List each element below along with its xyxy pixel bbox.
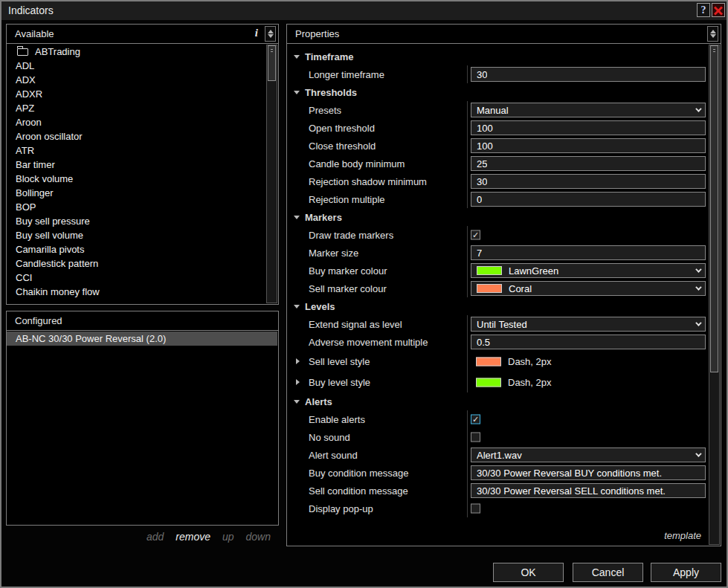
configured-item[interactable]: AB-NC 30/30 Power Reversal (2.0) [7,332,277,346]
rejection-multiple-input[interactable]: 0 [471,192,706,207]
close-threshold-input[interactable]: 100 [471,138,706,153]
available-item-buy-sell-volume[interactable]: Buy sell volume [7,228,265,242]
candle-body-minimum-input[interactable]: 25 [471,156,706,171]
available-item-aroon-oscillator[interactable]: Aroon oscillator [7,129,265,143]
property-row-draw-trade-markers: Draw trade markers [287,226,708,244]
no-sound-checkbox[interactable] [471,433,480,442]
alert-sound-select[interactable]: Alert1.wav [471,448,706,462]
available-item-label: Bollinger [16,187,54,198]
candle-body-minimum-value: 25 [477,158,487,169]
available-item-aroon[interactable]: Aroon [7,115,265,129]
apply-button[interactable]: Apply [651,563,721,582]
available-item-cci[interactable]: CCI [7,271,265,285]
display-pop-up-checkbox[interactable] [471,504,480,514]
help-button[interactable]: ? [697,3,710,17]
extend-signal-as-level-value: Until Tested [477,319,527,330]
properties-scroll-thumb[interactable] [710,45,718,372]
alerts-group-label: Alerts [305,396,332,407]
indicators-dialog: Indicators ? Available i ABTradingADLADX… [0,0,728,588]
remove-link[interactable]: remove [175,531,210,543]
scroll-up-icon[interactable] [710,30,716,33]
available-item-adxr[interactable]: ADXR [7,87,265,101]
buy-level-style-value: Dash, 2px [508,377,552,388]
available-item-label: Bar timer [16,159,55,170]
close-icon [714,6,723,15]
property-row-adverse-movement-multiple: Adverse movement multiple0.5 [287,333,708,351]
available-item-chaikin-money-flow[interactable]: Chaikin money flow [7,285,265,299]
up-link[interactable]: up [222,531,234,543]
chevron-down-icon [294,305,300,308]
available-item-block-volume[interactable]: Block volume [7,172,265,186]
property-row-no-sound: No sound [287,428,708,446]
template-link[interactable]: template [664,530,701,541]
sell-marker-colour-select[interactable]: Coral [471,281,706,296]
chevron-down-icon [294,55,300,59]
configured-item-label: AB-NC 30/30 Power Reversal (2.0) [16,333,166,344]
presets-label: Presets [309,105,341,116]
extend-signal-as-level-label: Extend signal as level [309,319,402,330]
available-item-atr[interactable]: ATR [7,143,265,158]
scroll-up-icon[interactable] [268,30,274,33]
available-header-label: Available [15,28,54,39]
available-item-bop[interactable]: BOP [7,200,265,214]
available-item-buy-sell-pressure[interactable]: Buy sell pressure [7,214,265,228]
available-item-bar-timer[interactable]: Bar timer [7,158,265,172]
configured-list: AB-NC 30/30 Power Reversal (2.0) [7,332,277,524]
property-row-enable-alerts: Enable alerts [287,410,708,428]
available-scroll-thumb[interactable] [268,45,276,81]
buy-marker-colour-select[interactable]: LawnGreen [471,263,706,278]
available-item-adl[interactable]: ADL [7,59,265,73]
candle-body-minimum-label: Candle body minimum [309,158,405,169]
available-item-bollinger[interactable]: Bollinger [7,186,265,200]
buy-condition-message-value: 30/30 Power Reversal BUY conditions met. [477,468,662,479]
title-bar[interactable]: Indicators ? [1,1,727,20]
chevron-right-icon[interactable] [296,379,300,385]
available-item-camarilla-pivots[interactable]: Camarilla pivots [7,242,265,256]
available-item-label: ATR [16,145,34,156]
available-item-label: CCI [16,272,32,283]
available-item-apz[interactable]: APZ [7,101,265,115]
properties-scroll-buttons [707,26,718,42]
group-timeframe[interactable]: Timeframe [287,48,708,65]
available-item-candlestick-pattern[interactable]: Candlestick pattern [7,256,265,271]
close-button[interactable] [712,3,725,17]
timeframe-group-label: Timeframe [305,51,354,62]
scroll-down-icon[interactable] [710,34,716,38]
chevron-down-icon [695,266,701,272]
extend-signal-as-level-select[interactable]: Until Tested [471,317,706,332]
cancel-button[interactable]: Cancel [573,563,643,582]
chevron-down-icon [294,91,300,94]
info-icon[interactable]: i [255,27,258,39]
available-scrollbar[interactable] [266,45,277,303]
buy-level-style-style: Dash, 2px [471,377,552,388]
available-scroll-buttons [265,26,276,42]
presets-select[interactable]: Manual [471,103,706,117]
available-item-label: ADX [16,74,36,85]
adverse-movement-multiple-input[interactable]: 0.5 [471,335,706,349]
group-markers[interactable]: Markers [287,208,708,226]
add-link[interactable]: add [146,531,164,543]
enable-alerts-checkbox[interactable] [471,415,480,424]
rejection-shadow-minimum-input[interactable]: 30 [471,174,706,189]
down-link[interactable]: down [246,531,271,543]
properties-scrollbar[interactable] [709,45,720,545]
display-pop-up-label: Display pop-up [309,503,373,514]
marker-size-label: Marker size [309,248,358,259]
property-row-buy-level-style: Buy level styleDash, 2px [287,372,708,392]
chevron-right-icon[interactable] [296,358,300,364]
available-item-adx[interactable]: ADX [7,73,265,87]
buy-condition-message-input[interactable]: 30/30 Power Reversal BUY conditions met. [471,465,706,480]
thresholds-group-label: Thresholds [305,87,357,98]
group-thresholds[interactable]: Thresholds [287,83,708,101]
group-levels[interactable]: Levels [287,297,708,315]
sell-condition-message-input[interactable]: 30/30 Power Reversal SELL conditions met… [471,483,706,498]
available-item-abtrading[interactable]: ABTrading [7,45,265,59]
scroll-down-icon[interactable] [268,34,274,38]
marker-size-input[interactable]: 7 [471,245,706,260]
group-alerts[interactable]: Alerts [287,392,708,410]
sell-marker-colour-value: Coral [509,283,532,294]
draw-trade-markers-checkbox[interactable] [471,230,480,240]
ok-button[interactable]: OK [493,563,564,582]
open-threshold-input[interactable]: 100 [471,120,706,135]
longer-timeframe-input[interactable]: 30 [471,67,706,82]
